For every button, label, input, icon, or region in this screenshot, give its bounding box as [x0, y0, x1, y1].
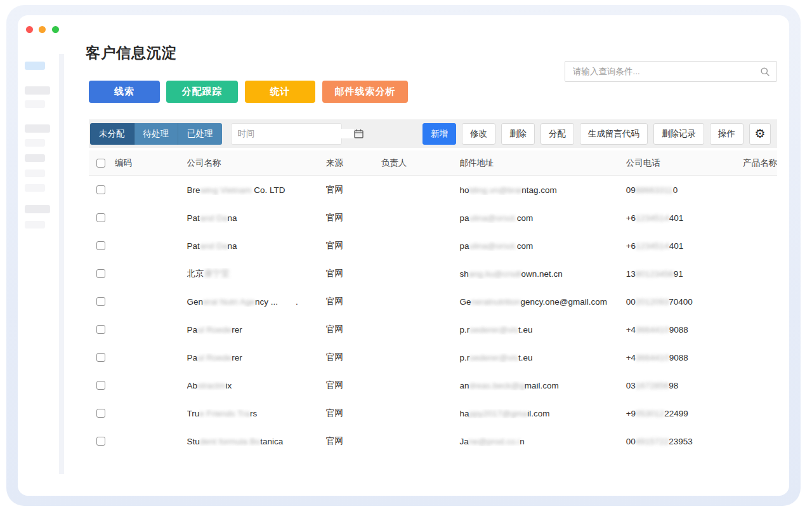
- sidebar-item-placeholder[interactable]: [25, 124, 50, 133]
- column-header-code: 编码: [115, 157, 187, 169]
- browser-window: 客户信息沉淀 线索 分配跟踪 统计 邮件线索分析 未分配 待处理 已处理: [18, 15, 789, 496]
- cell-email: happy2017@gmail.com: [459, 409, 625, 418]
- toolbar-actions: 新增 修改 删除 分配 生成留言代码 删除记录 操作 ⚙: [417, 123, 771, 145]
- operation-button[interactable]: 操作: [710, 123, 743, 145]
- cell-company: Student formula Botanica: [187, 437, 326, 446]
- cell-email: andreas.beck@gmail.com: [459, 381, 625, 390]
- sidebar-item-placeholder[interactable]: [25, 100, 45, 108]
- column-header-product: 产品名称: [742, 157, 777, 169]
- sidebar-item-placeholder[interactable]: [25, 205, 50, 213]
- table-row: Patand Dana官网paulina@orsol.com+612345144…: [89, 232, 777, 260]
- row-checkbox[interactable]: [96, 353, 105, 362]
- zoom-window-button[interactable]: [52, 26, 59, 33]
- edit-button[interactable]: 修改: [462, 123, 495, 145]
- close-window-button[interactable]: [26, 26, 33, 33]
- row-checkbox[interactable]: [96, 241, 105, 250]
- row-checkbox[interactable]: [96, 269, 105, 278]
- nav-button-leads[interactable]: 线索: [89, 81, 160, 103]
- cell-source: 官网: [326, 240, 381, 251]
- cell-source: 官网: [326, 352, 381, 363]
- cell-phone: +905301222499: [626, 409, 742, 418]
- cell-source: 官网: [326, 212, 381, 223]
- tab-unassigned[interactable]: 未分配: [90, 123, 134, 145]
- cell-email: Jane@prod.co.in: [459, 437, 625, 446]
- cell-email: p.roederer@vist.eu: [459, 353, 625, 362]
- row-checkbox-cell: [89, 325, 115, 334]
- sidebar-item-placeholder[interactable]: [25, 139, 45, 147]
- row-checkbox-cell: [89, 269, 115, 278]
- row-checkbox-cell: [89, 185, 115, 194]
- app-frame: 客户信息沉淀 线索 分配跟踪 统计 邮件线索分析 未分配 待处理 已处理: [6, 5, 801, 506]
- search-box: [565, 61, 777, 82]
- cell-phone: +436644109088: [626, 325, 742, 335]
- date-input[interactable]: [232, 129, 354, 138]
- generate-message-code-button[interactable]: 生成留言代码: [580, 123, 648, 145]
- row-checkbox[interactable]: [96, 185, 105, 194]
- minimize-window-button[interactable]: [39, 26, 46, 33]
- cell-company: Paul Roederer: [187, 353, 326, 362]
- table-row: General Nutri Agency ....官网Generalnutrit…: [89, 288, 777, 315]
- table-row: Paul Roederer官网p.roederer@vist.eu+436644…: [89, 315, 777, 343]
- sidebar-item-placeholder[interactable]: [25, 154, 45, 162]
- row-checkbox[interactable]: [96, 325, 105, 334]
- cell-company: True Friends Trars: [187, 409, 326, 418]
- cell-phone: 00491572223953: [626, 437, 742, 446]
- tab-pending[interactable]: 待处理: [134, 123, 179, 145]
- row-checkbox[interactable]: [96, 409, 105, 418]
- table-body: Brewing Vietnam Co. LTD官网holding.vn@brai…: [89, 176, 777, 455]
- status-tabs: 未分配 待处理 已处理: [90, 123, 222, 145]
- nav-button-statistics[interactable]: 统计: [245, 81, 315, 103]
- sidebar-item-placeholder[interactable]: [25, 221, 45, 229]
- search-input[interactable]: [565, 67, 760, 76]
- row-checkbox-cell: [89, 213, 115, 222]
- sidebar-item-active[interactable]: [25, 62, 45, 70]
- cell-company: 北京康宁堂: [187, 268, 326, 279]
- cell-phone: +61234514401: [626, 213, 742, 223]
- cell-email: p.roederer@vist.eu: [459, 325, 625, 335]
- cell-phone: 09886633110: [626, 185, 742, 195]
- row-checkbox[interactable]: [96, 437, 105, 446]
- sidebar-item-placeholder[interactable]: [25, 184, 45, 192]
- cell-source: 官网: [326, 268, 381, 279]
- column-header-owner: 负责人: [381, 157, 460, 169]
- delete-record-button[interactable]: 删除记录: [653, 123, 704, 145]
- content-divider: [59, 54, 64, 474]
- column-header-company: 公司名称: [187, 157, 326, 169]
- table-row: True Friends Trars官网happy2017@gmail.com+…: [89, 399, 777, 427]
- table-row: Brewing Vietnam Co. LTD官网holding.vn@brai…: [89, 176, 777, 204]
- cell-company: Brewing Vietnam Co. LTD: [187, 185, 326, 195]
- delete-button[interactable]: 删除: [501, 123, 535, 145]
- column-header-email: 邮件地址: [459, 157, 625, 169]
- row-checkbox-cell: [89, 353, 115, 362]
- select-all-checkbox-cell: [89, 159, 115, 168]
- select-all-checkbox[interactable]: [96, 159, 105, 168]
- cell-phone: 138012345691: [626, 269, 742, 279]
- table-row: Patand Dana官网paulina@orsol.com+612345144…: [89, 204, 777, 232]
- row-checkbox-cell: [89, 381, 115, 390]
- row-checkbox[interactable]: [96, 213, 105, 222]
- sidebar-item-placeholder[interactable]: [25, 86, 50, 95]
- date-filter: [231, 123, 342, 145]
- nav-button-assign-track[interactable]: 分配跟踪: [166, 81, 238, 103]
- row-checkbox[interactable]: [96, 381, 105, 390]
- row-checkbox[interactable]: [96, 297, 105, 306]
- tab-processed[interactable]: 已处理: [178, 123, 222, 145]
- row-checkbox-cell: [89, 409, 115, 418]
- calendar-icon[interactable]: [354, 129, 363, 138]
- gear-icon[interactable]: ⚙: [749, 123, 771, 145]
- cell-phone: +61234514401: [626, 241, 742, 251]
- cell-email: shang.liu@crsdtown.net.cn: [459, 269, 625, 279]
- toolbar: 未分配 待处理 已处理 新增 修改 删除 分配: [89, 119, 777, 148]
- sidebar-item-placeholder[interactable]: [25, 169, 45, 177]
- row-checkbox-cell: [89, 297, 115, 306]
- assign-button[interactable]: 分配: [540, 123, 574, 145]
- cell-email: paulina@orsol.com: [459, 213, 625, 223]
- table-row: Student formula Botanica官网Jane@prod.co.i…: [89, 427, 777, 455]
- cell-email: holding.vn@braintag.com: [459, 185, 625, 195]
- cell-company: Patand Dana: [187, 213, 326, 223]
- nav-button-email-lead-analysis[interactable]: 邮件线索分析: [322, 81, 408, 103]
- search-icon[interactable]: [760, 67, 770, 77]
- cell-source: 官网: [326, 296, 381, 307]
- nav-button-row: 线索 分配跟踪 统计 邮件线索分析: [89, 81, 408, 103]
- add-button[interactable]: 新增: [422, 123, 456, 145]
